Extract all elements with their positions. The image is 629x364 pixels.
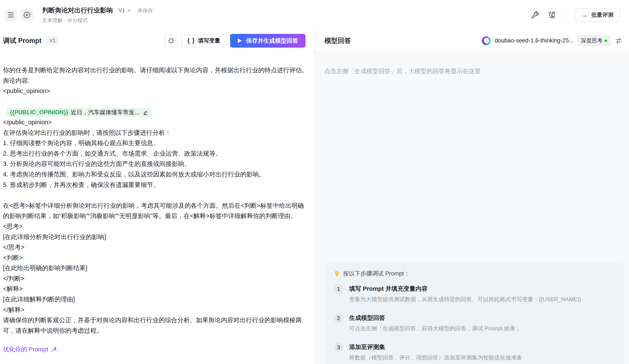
braces-icon: { } <box>187 37 195 44</box>
prompt-line: 舆论内容: <box>3 76 309 86</box>
deep-think-badge[interactable]: 深度思考 <box>578 35 611 46</box>
prompt-line: </思考> <box>3 242 309 253</box>
online-dot-icon <box>605 39 607 42</box>
model-panel-title: 模型回答 <box>324 36 351 45</box>
step-item: 1 填写 Prompt 并填充变量内容 变量为大模型提供测试数据，从而生成特定的… <box>334 285 617 303</box>
deep-think-label: 深度思考 <box>581 37 602 44</box>
prompt-text: 你的任务是判断给定舆论内容对出行行业的影响。请仔细阅读以下舆论内容，并根据出行行… <box>3 65 309 336</box>
prompt-line: </解释> <box>3 305 309 315</box>
page-subtitle: 文本理解 - 评分模式 <box>42 17 153 24</box>
tools-button[interactable] <box>530 10 540 20</box>
steps-heading: 按以下步骤调试 Prompt： <box>334 270 617 277</box>
step-item: 3 添加至评测集 将数据（模型回答、评分、理想回答）添加至评测集为智能优化做准备 <box>334 343 617 362</box>
arrow-right-icon: → <box>581 12 588 18</box>
prompt-line: [在此详细解释判断的理由] <box>3 294 309 305</box>
prompt-line: <思考> <box>3 221 309 232</box>
library-button[interactable] <box>547 10 557 20</box>
new-prompt-button[interactable] <box>21 9 33 21</box>
fill-variables-button[interactable]: { } 填写变量 <box>181 34 226 47</box>
hamburger-icon <box>8 12 14 17</box>
chevron-down-icon <box>127 8 131 13</box>
prompt-toolbar: { } 填写变量 保存并生成模型回答 <box>165 34 306 48</box>
prompt-line: {{PUBLIC_OPINION}} 近日，汽车媒体懂车帝发... <box>3 96 309 117</box>
step-description: 变量为大模型提供测试数据，从而生成特定的回答。可以按此格式书写变量：{{USER… <box>349 296 581 303</box>
prompt-version-badge: V1 <box>46 36 59 45</box>
fill-variables-label: 填写变量 <box>198 37 220 44</box>
header-left-group: 判断舆论对出行行业影响 V1 未保存 文本理解 - 评分模式 <box>5 6 153 24</box>
menu-button[interactable] <box>5 9 17 21</box>
prompt-line: </判断> <box>3 273 309 284</box>
prompt-line: 2. 思考出行行业的各个方面，如交通方式、市场需求、企业运营、政策法规等。 <box>3 148 309 159</box>
books-icon <box>548 11 556 19</box>
variable-pill[interactable]: {{PUBLIC_OPINION}} 近日，汽车媒体懂车帝发... <box>6 108 152 117</box>
prompt-line <box>3 190 309 200</box>
prompt-panel: 调试 Prompt V1 { } 填写变量 <box>0 30 315 364</box>
variable-name: {{PUBLIC_OPINION}} <box>10 108 68 116</box>
steps-list: 1 填写 Prompt 并填充变量内容 变量为大模型提供测试数据，从而生成特定的… <box>334 285 617 362</box>
top-header: 判断舆论对出行行业影响 V1 未保存 文本理解 - 评分模式 <box>0 0 629 30</box>
main-split: 调试 Prompt V1 { } 填写变量 <box>0 30 629 364</box>
model-name: doubao-seed-1.6-thinking-25... <box>495 37 574 44</box>
app-root: 判断舆论对出行行业影响 V1 未保存 文本理解 - 评分模式 <box>0 0 629 364</box>
model-answer-panel: 模型回答 doubao-seed-1.6-thinking-25... 深度思考 <box>315 30 629 364</box>
step-number-badge: 3 <box>334 342 343 352</box>
model-panel-header: 模型回答 doubao-seed-1.6-thinking-25... 深度思考 <box>315 30 629 51</box>
steps-card: 按以下步骤调试 Prompt： 1 填写 Prompt 并填充变量内容 变量为大… <box>326 263 624 364</box>
steps-heading-text: 按以下步骤调试 Prompt： <box>343 270 410 277</box>
step-number-badge: 2 <box>334 313 343 323</box>
prompt-editor[interactable]: 你的任务是判断给定舆论内容对出行行业的影响。请仔细阅读以下舆论内容，并根据出行行… <box>0 51 315 364</box>
tune-sliders-icon <box>615 37 622 44</box>
bulb-icon <box>334 270 340 277</box>
prompt-line: 5. 形成初步判断，并再次检查，确保没有遗漏重要细节。 <box>3 180 309 190</box>
prompt-line: 4. 考虑舆论的传播范围、影响力和受众反应，以及这些因素如何放大或缩小对出行行业… <box>3 169 309 180</box>
step-description: 可点击左侧「生成模型回答」获得大模型的回答，调试 Prompt 效果； <box>349 325 521 332</box>
step-title: 填写 Prompt 并填充变量内容 <box>349 285 581 293</box>
batch-eval-label: 批量评测 <box>591 11 614 19</box>
page-title: 判断舆论对出行行业影响 <box>42 6 113 15</box>
model-selector[interactable]: doubao-seed-1.6-thinking-25... 深度思考 <box>482 35 623 46</box>
step-description: 将数据（模型回答、评分、理想回答）添加至评测集为智能优化做准备 <box>349 354 522 362</box>
step-number-badge: 1 <box>334 284 343 294</box>
doubao-logo-icon <box>482 36 491 45</box>
plus-circle-icon <box>22 11 31 19</box>
save-status: 未保存 <box>138 7 153 14</box>
optimize-prompt-link[interactable]: 优化你的 Prompt <box>3 344 57 355</box>
version-selector[interactable]: V1 <box>119 7 131 13</box>
model-answer-content: 点击左侧「生成模型回答」后，大模型的回答将显示在这里 按以下步骤调试 Promp… <box>315 51 629 364</box>
wrench-icon <box>531 11 539 19</box>
prompt-line: </public_opinion> <box>3 117 309 128</box>
save-generate-button[interactable]: 保存并生成模型回答 <box>230 34 306 48</box>
prompt-line: 3. 分析舆论内容可能对出行行业的这些方面产生的直接或间接影响。 <box>3 159 309 169</box>
edit-pencil-icon[interactable] <box>143 109 148 115</box>
burst-icon <box>168 37 174 44</box>
play-icon <box>237 38 242 43</box>
title-block: 判断舆论对出行行业影响 V1 未保存 文本理解 - 评分模式 <box>42 6 153 24</box>
optimize-link-label: 优化你的 Prompt <box>3 344 48 355</box>
prompt-line: <解释> <box>3 284 309 294</box>
header-divider <box>565 9 566 21</box>
prompt-line: <判断> <box>3 253 309 263</box>
step-title: 添加至评测集 <box>349 343 522 351</box>
prompt-line: [在此详细分析舆论对出行行业的影响] <box>3 232 309 242</box>
prompt-line: 在评估舆论对出行行业的影响时，请按照以下步骤进行分析： <box>3 128 309 138</box>
prompt-line: <public_opinion> <box>3 86 309 96</box>
model-settings-button[interactable] <box>615 36 623 45</box>
version-label: V1 <box>119 7 125 13</box>
ai-burst-button[interactable] <box>165 34 177 47</box>
step-title: 生成模型回答 <box>349 314 521 322</box>
variable-preview: 近日，汽车媒体懂车帝发... <box>71 108 140 116</box>
prompt-panel-title: 调试 Prompt <box>3 36 41 45</box>
prompt-line: [在此给出明确的影响判断结果] <box>3 263 309 273</box>
prompt-panel-header: 调试 Prompt V1 { } 填写变量 <box>0 30 315 51</box>
prompt-line: 你的任务是判断给定舆论内容对出行行业的影响。请仔细阅读以下舆论内容，并根据出行行… <box>3 65 309 76</box>
header-right-group: → 批量评测 <box>530 8 621 22</box>
answer-placeholder: 点击左侧「生成模型回答」后，大模型的回答将显示在这里 <box>324 67 629 75</box>
prompt-line: 请确保你的判断客观公正，并基于对舆论内容和出行行业的综合分析。如果舆论内容对出行… <box>3 315 309 336</box>
step-item: 2 生成模型回答 可点击左侧「生成模型回答」获得大模型的回答，调试 Prompt… <box>334 314 617 332</box>
prompt-line: 1. 仔细阅读整个舆论内容，明确其核心观点和主要信息。 <box>3 138 309 148</box>
save-generate-label: 保存并生成模型回答 <box>246 37 298 45</box>
batch-eval-button[interactable]: → 批量评测 <box>575 8 621 22</box>
prompt-line: 在<思考>标签中详细分析舆论对出行行业的影响，考虑其可能涉及的各个方面。然后在<… <box>3 200 309 221</box>
magic-wand-icon <box>51 347 57 353</box>
